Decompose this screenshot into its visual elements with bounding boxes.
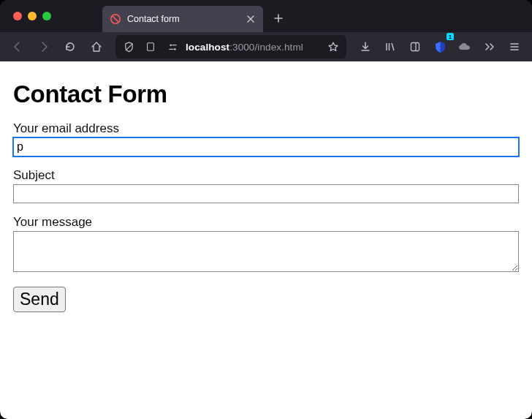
svg-rect-7 <box>148 43 154 51</box>
page-title: Contact Form <box>13 80 519 108</box>
page-viewport[interactable]: Contact Form Your email address Subject … <box>0 61 532 419</box>
site-info-icon[interactable] <box>142 38 159 56</box>
email-input[interactable] <box>13 137 519 156</box>
subject-field-group: Subject <box>13 168 519 203</box>
home-button[interactable] <box>85 35 108 58</box>
url-host: localhost <box>186 42 229 53</box>
tab-close-button[interactable] <box>246 14 256 24</box>
svg-rect-15 <box>411 43 419 51</box>
tab-favicon-error-icon <box>110 13 121 25</box>
downloads-button[interactable] <box>354 35 377 58</box>
overflow-chevrons-button[interactable] <box>478 35 501 58</box>
window-controls <box>13 12 51 20</box>
svg-line-1 <box>113 17 118 22</box>
svg-point-8 <box>170 44 172 46</box>
extension-cloud-button[interactable] <box>453 35 476 58</box>
window-zoom-button[interactable] <box>42 12 51 20</box>
window-minimize-button[interactable] <box>28 12 37 20</box>
browser-window: Contact form <box>0 0 532 419</box>
message-field-group: Your message <box>13 215 519 275</box>
message-textarea[interactable] <box>13 231 519 272</box>
bookmark-star-icon[interactable] <box>324 38 342 56</box>
browser-tab[interactable]: Contact form <box>102 6 263 32</box>
email-label: Your email address <box>13 121 519 136</box>
page-content: Contact Form Your email address Subject … <box>0 61 532 327</box>
svg-line-14 <box>392 43 394 50</box>
email-field-group: Your email address <box>13 121 519 156</box>
svg-point-10 <box>174 48 176 50</box>
window-close-button[interactable] <box>13 12 22 20</box>
new-tab-button[interactable] <box>267 7 289 29</box>
title-bar: Contact form <box>0 0 532 32</box>
send-button[interactable]: Send <box>13 287 66 312</box>
tab-title: Contact form <box>127 14 240 24</box>
permissions-icon[interactable] <box>164 38 181 56</box>
sidebar-button[interactable] <box>403 35 427 58</box>
url-path: /index.html <box>254 42 303 53</box>
message-label: Your message <box>13 215 519 230</box>
extension-shield-button[interactable]: 1 <box>428 35 452 58</box>
url-bar[interactable]: localhost:3000/index.html <box>115 35 346 58</box>
reload-button[interactable] <box>58 35 82 58</box>
library-button[interactable] <box>379 35 402 58</box>
subject-input[interactable] <box>13 184 519 203</box>
url-text: localhost:3000/index.html <box>186 42 303 53</box>
app-menu-button[interactable] <box>503 35 526 58</box>
back-button[interactable] <box>6 35 29 58</box>
extension-badge: 1 <box>446 33 454 40</box>
browser-toolbar: localhost:3000/index.html 1 <box>0 32 532 61</box>
url-port: :3000 <box>229 42 254 53</box>
subject-label: Subject <box>13 168 519 183</box>
forward-button[interactable] <box>32 35 56 58</box>
toolbar-right-icons: 1 <box>354 35 526 58</box>
tracking-protection-icon[interactable] <box>120 38 137 56</box>
